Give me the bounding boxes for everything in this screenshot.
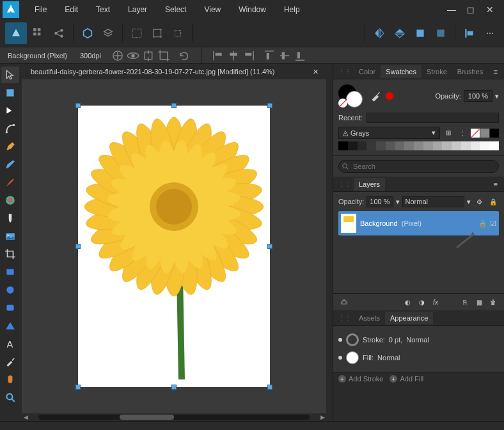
fill-tool[interactable] bbox=[1, 192, 19, 209]
tab-stroke[interactable]: Stroke bbox=[421, 65, 452, 78]
horizontal-scrollbar[interactable]: ◀ ▶ bbox=[22, 413, 326, 421]
chevron-down-icon[interactable]: ▾ bbox=[396, 198, 400, 206]
snap-grid-icon[interactable] bbox=[128, 24, 146, 42]
menu-edit[interactable]: Edit bbox=[56, 1, 87, 18]
layers-stack-icon[interactable] bbox=[99, 24, 117, 42]
canvas-viewport[interactable] bbox=[22, 79, 326, 413]
snap-point-icon[interactable] bbox=[169, 24, 187, 42]
scroll-right-arrow[interactable]: ▶ bbox=[319, 414, 326, 420]
fx-icon[interactable]: ◑ bbox=[416, 296, 427, 308]
rotate-ccw-icon[interactable] bbox=[411, 24, 429, 42]
handle-ml[interactable] bbox=[75, 244, 81, 249]
ellipse-tool[interactable] bbox=[1, 282, 19, 298]
blend-mode-select[interactable]: Normal bbox=[402, 196, 464, 207]
share-icon[interactable] bbox=[50, 24, 68, 42]
align-c-icon[interactable] bbox=[227, 49, 240, 62]
panel-menu-icon[interactable]: ≡ bbox=[490, 68, 501, 76]
opacity-value[interactable]: 100 % bbox=[464, 90, 492, 102]
scroll-thumb[interactable] bbox=[120, 415, 174, 420]
chevron-down-icon[interactable]: ▾ bbox=[467, 198, 471, 206]
none-color-well[interactable] bbox=[338, 99, 347, 107]
document-tab[interactable]: beautiful-daisy-gerbera-flower-2021-08-3… bbox=[26, 65, 280, 78]
fill-color-well[interactable] bbox=[346, 91, 363, 107]
handle-bl[interactable] bbox=[75, 385, 81, 390]
rotate-cw-icon[interactable] bbox=[432, 24, 450, 42]
artboard-tool[interactable] bbox=[1, 84, 19, 101]
refresh-icon[interactable] bbox=[178, 49, 191, 62]
stroke-swatch[interactable] bbox=[346, 333, 359, 346]
layer-visible-checkbox[interactable]: ☑ bbox=[490, 219, 496, 228]
panel-menu-icon[interactable]: ≡ bbox=[490, 180, 501, 188]
add-fill-button[interactable]: +Add Fill bbox=[390, 375, 423, 383]
handle-tr[interactable] bbox=[267, 103, 272, 108]
add-layer-icon[interactable]: ⎘ bbox=[459, 296, 471, 308]
align-r-icon[interactable] bbox=[242, 49, 255, 62]
align-left-icon[interactable] bbox=[461, 24, 478, 42]
triangle-tool[interactable] bbox=[1, 317, 19, 334]
zoom-tool[interactable] bbox=[1, 389, 19, 406]
gear-icon[interactable]: ⚙ bbox=[473, 196, 485, 207]
tab-assets[interactable]: Assets bbox=[354, 312, 385, 324]
menu-window[interactable]: Window bbox=[230, 1, 275, 18]
mask-icon[interactable] bbox=[338, 296, 350, 308]
menu-help[interactable]: Help bbox=[275, 1, 309, 18]
group-icon[interactable]: ▦ bbox=[473, 296, 485, 308]
target-icon[interactable] bbox=[142, 49, 155, 62]
rounded-rect-tool[interactable] bbox=[1, 299, 19, 316]
crop-tool[interactable] bbox=[1, 246, 19, 262]
layer-opacity-value[interactable]: 100 % bbox=[366, 196, 393, 207]
menu-select[interactable]: Select bbox=[156, 1, 195, 18]
node-tool[interactable] bbox=[1, 102, 19, 119]
move-tool[interactable] bbox=[1, 67, 19, 83]
rectangle-tool[interactable] bbox=[1, 264, 19, 280]
menu-file[interactable]: File bbox=[26, 1, 56, 18]
menu-view[interactable]: View bbox=[195, 1, 230, 18]
handle-bc[interactable] bbox=[171, 385, 177, 390]
preset-swatches[interactable] bbox=[471, 129, 499, 138]
pen-tool[interactable] bbox=[1, 138, 19, 155]
transparency-tool[interactable] bbox=[1, 210, 19, 227]
flip-v-icon[interactable] bbox=[391, 24, 409, 42]
tab-swatches[interactable]: Swatches bbox=[381, 65, 421, 78]
fill-swatch[interactable] bbox=[346, 351, 359, 364]
scroll-track[interactable] bbox=[38, 415, 310, 420]
add-stroke-button[interactable]: +Add Stroke bbox=[338, 375, 383, 383]
stroke-row[interactable]: Stroke: 0 pt, Normal bbox=[338, 331, 499, 349]
brush-tool[interactable] bbox=[1, 174, 19, 191]
color-wells[interactable] bbox=[338, 84, 366, 107]
tab-brushes[interactable]: Brushes bbox=[452, 65, 488, 78]
opacity-dropdown-icon[interactable]: ▾ bbox=[495, 92, 499, 100]
place-image-tool[interactable] bbox=[1, 228, 19, 244]
palette-select[interactable]: ◬ Grays ▾ bbox=[338, 127, 440, 139]
sampled-color-icon[interactable] bbox=[386, 92, 393, 100]
shape-hex-icon[interactable] bbox=[79, 24, 97, 42]
snap-bounds-icon[interactable] bbox=[148, 24, 166, 42]
panel-drag-icon[interactable]: ⋮⋮ bbox=[336, 314, 354, 321]
pencil-tool[interactable] bbox=[1, 156, 19, 173]
handle-mr[interactable] bbox=[267, 244, 272, 249]
tab-appearance[interactable]: Appearance bbox=[385, 312, 433, 324]
handle-br[interactable] bbox=[267, 385, 272, 390]
menu-text[interactable]: Text bbox=[87, 1, 119, 18]
recent-swatches[interactable] bbox=[366, 113, 499, 123]
align-l-icon[interactable] bbox=[212, 49, 224, 62]
vertical-scrollbar[interactable] bbox=[326, 64, 333, 421]
search-input[interactable] bbox=[338, 160, 499, 173]
palette-opts-icon[interactable]: ⋮ bbox=[457, 127, 468, 139]
close-button[interactable]: ✕ bbox=[485, 4, 495, 15]
visibility-icon[interactable] bbox=[127, 49, 139, 62]
tab-layers[interactable]: Layers bbox=[354, 178, 385, 191]
document-tab-close[interactable]: ✕ bbox=[309, 68, 322, 76]
minimize-button[interactable]: — bbox=[446, 4, 457, 15]
crop-icon[interactable] bbox=[157, 49, 170, 62]
persona-photo-button[interactable] bbox=[5, 22, 27, 44]
scroll-left-arrow[interactable]: ◀ bbox=[22, 414, 29, 420]
flip-h-icon[interactable] bbox=[370, 24, 388, 42]
hand-tool[interactable] bbox=[1, 371, 19, 388]
palette-grid-icon[interactable]: ⊞ bbox=[443, 127, 454, 139]
align-t-icon[interactable] bbox=[263, 49, 276, 62]
align-b-icon[interactable] bbox=[294, 49, 306, 62]
canvas[interactable] bbox=[78, 106, 270, 387]
tab-color[interactable]: Color bbox=[354, 65, 381, 78]
eyedropper-tool[interactable] bbox=[1, 353, 19, 370]
